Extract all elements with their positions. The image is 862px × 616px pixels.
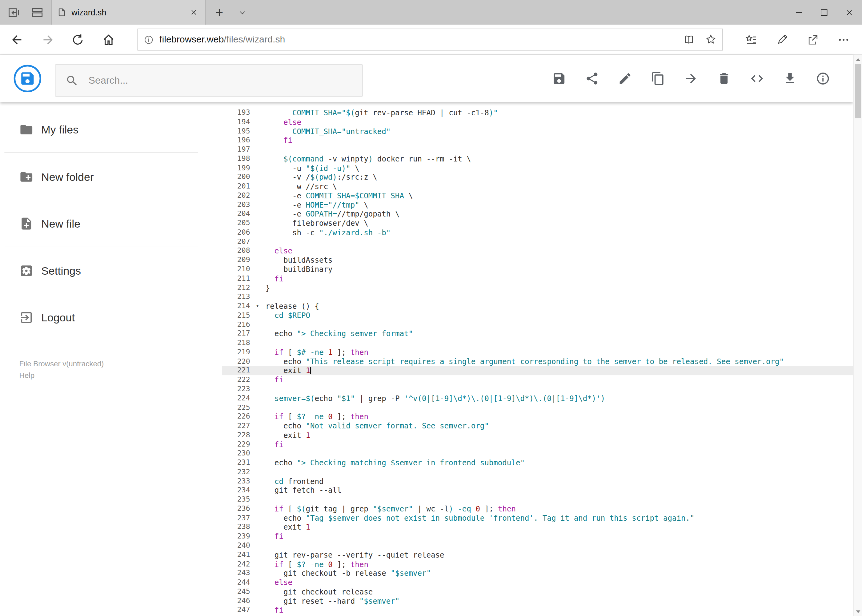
save-button[interactable] — [552, 71, 566, 85]
code-text[interactable]: if [ $(git tag | grep "$semver" | wc -l)… — [266, 504, 516, 514]
code-text[interactable]: else — [266, 578, 292, 587]
code-line[interactable]: 195 COMMIT_SHA="untracked" — [222, 127, 853, 136]
search-box[interactable] — [55, 64, 363, 97]
code-line[interactable]: 224 semver=$(echo "$1" | grep -P '^v(0|[… — [222, 394, 853, 403]
code-line[interactable]: 212} — [222, 283, 853, 292]
sidebar-item-new-file[interactable]: New file — [0, 217, 222, 231]
code-text[interactable]: fi — [266, 136, 292, 145]
code-line[interactable]: 218 — [222, 339, 853, 348]
code-line[interactable]: 242 if [ $? -ne 0 ]; then — [222, 559, 853, 569]
code-line[interactable]: 216 — [222, 320, 853, 329]
code-line[interactable]: 222 fi — [222, 375, 853, 384]
code-line[interactable]: 240 — [222, 541, 853, 550]
back-icon[interactable] — [10, 33, 24, 47]
code-editor[interactable]: 193 COMMIT_SHA="$(git rev-parse HEAD | c… — [222, 102, 853, 616]
code-text[interactable]: exit 1 — [266, 523, 310, 532]
code-text[interactable]: filebrowser/dev \ — [266, 218, 369, 228]
code-line[interactable]: 208 else — [222, 246, 853, 256]
tab-preview-icon[interactable] — [31, 6, 44, 19]
code-line[interactable]: 230 — [222, 449, 853, 458]
code-line[interactable]: 247 fi — [222, 605, 853, 615]
code-line[interactable]: 245 git checkout release — [222, 587, 853, 596]
code-line[interactable]: 198 $(command -v winpty) docker run --rm… — [222, 154, 853, 163]
sidebar-item-logout[interactable]: Logout — [0, 310, 222, 324]
code-text[interactable]: else — [266, 118, 301, 127]
new-tab-button[interactable]: + — [210, 0, 229, 25]
code-line[interactable]: 220 echo "This release script requires a… — [222, 357, 853, 366]
code-text[interactable]: fi — [266, 274, 284, 283]
code-line[interactable]: 202 -e COMMIT_SHA=$COMMIT_SHA \ — [222, 191, 853, 200]
code-line[interactable]: 237 echo "Tag $semver does not exist in … — [222, 514, 853, 523]
code-line[interactable]: 197 — [222, 145, 853, 154]
code-text[interactable]: cd $REPO — [266, 311, 310, 320]
code-line[interactable]: 239 fi — [222, 532, 853, 541]
share-button[interactable] — [585, 71, 599, 85]
reading-view-icon[interactable] — [683, 33, 695, 46]
code-text[interactable]: buildAssets — [266, 256, 333, 265]
browser-tab[interactable]: wizard.sh — [51, 0, 206, 25]
code-line[interactable]: 193 COMMIT_SHA="$(git rev-parse HEAD | c… — [222, 108, 853, 118]
url-text[interactable]: filebrowser.web/files/wizard.sh — [159, 34, 673, 45]
code-text[interactable]: git reset --hard "$semver" — [266, 596, 400, 605]
code-text[interactable]: if [ $# -ne 1 ]; then — [266, 348, 369, 357]
code-text[interactable]: -u "$(id -u)" \ — [266, 163, 359, 173]
code-text[interactable]: if [ $? -ne 0 ]; then — [266, 559, 369, 569]
code-line[interactable]: 227 echo "Not valid semver format. See s… — [222, 421, 853, 431]
code-line[interactable]: 213 — [222, 292, 853, 302]
download-button[interactable] — [783, 71, 797, 85]
code-line[interactable]: 217 echo "> Checking semver format" — [222, 329, 853, 339]
help-link[interactable]: Help — [19, 370, 104, 381]
code-line[interactable]: 207 — [222, 237, 853, 246]
code-line[interactable]: 235 — [222, 495, 853, 504]
fold-arrow-icon[interactable]: ▾ — [256, 302, 259, 311]
code-line[interactable]: 201 -w //src \ — [222, 182, 853, 191]
code-text[interactable]: COMMIT_SHA="$(git rev-parse HEAD | cut -… — [266, 108, 498, 118]
code-text[interactable]: git checkout -b release "$semver" — [266, 569, 431, 578]
scroll-up-icon[interactable] — [854, 55, 862, 64]
code-text[interactable]: buildBinary — [266, 265, 333, 274]
code-line[interactable]: 233 cd frontend — [222, 477, 853, 486]
filebrowser-logo[interactable] — [14, 65, 41, 92]
code-line[interactable]: 215 cd $REPO — [222, 311, 853, 320]
tabs-aside-icon[interactable] — [7, 6, 20, 19]
code-text[interactable]: else — [266, 246, 292, 256]
code-text[interactable]: -e HOME="//tmp" \ — [266, 200, 369, 209]
home-icon[interactable] — [102, 33, 115, 47]
sidebar-item-new-folder[interactable]: New folder — [0, 170, 222, 184]
info-button[interactable] — [816, 71, 830, 85]
web-note-pen-icon[interactable] — [766, 25, 797, 55]
code-line[interactable]: 206 sh -c "./wizard.sh -b" — [222, 228, 853, 237]
code-text[interactable]: echo "Not valid semver format. See semve… — [266, 421, 489, 431]
scroll-down-icon[interactable] — [854, 607, 862, 616]
code-text[interactable]: if [ $? -ne 0 ]; then — [266, 412, 369, 421]
code-line[interactable]: 194 else — [222, 118, 853, 127]
page-scrollbar[interactable] — [853, 55, 862, 616]
code-text[interactable]: git checkout release — [266, 587, 373, 596]
code-line[interactable]: 225 — [222, 403, 853, 412]
code-text[interactable]: release () { — [266, 302, 319, 311]
code-line[interactable]: 223 — [222, 384, 853, 394]
forward-icon[interactable] — [41, 33, 55, 47]
close-window-button[interactable] — [837, 0, 862, 25]
browser-more-icon[interactable] — [828, 25, 859, 55]
code-text[interactable]: echo "Tag $semver does not exist in subm… — [266, 514, 695, 523]
code-text[interactable]: sh -c "./wizard.sh -b" — [266, 228, 391, 237]
code-text[interactable]: -e GOPATH=//tmp/gopath \ — [266, 209, 400, 218]
code-text[interactable]: git fetch --all — [266, 486, 342, 495]
code-text[interactable]: fi — [266, 440, 284, 449]
code-line[interactable]: 203 -e HOME="//tmp" \ — [222, 200, 853, 209]
code-line[interactable]: 243 git checkout -b release "$semver" — [222, 569, 853, 578]
code-line[interactable]: 244 else — [222, 578, 853, 587]
code-text[interactable]: echo "> Checking semver format" — [266, 329, 413, 339]
site-info-icon[interactable] — [143, 35, 154, 45]
rename-button[interactable] — [618, 71, 632, 85]
code-text[interactable]: fi — [266, 532, 284, 541]
code-line[interactable]: 205 filebrowser/dev \ — [222, 218, 853, 228]
code-line[interactable]: 241 git rev-parse --verify --quiet relea… — [222, 550, 853, 559]
code-line[interactable]: 236 if [ $(git tag | grep "$semver" | wc… — [222, 504, 853, 514]
refresh-icon[interactable] — [71, 33, 85, 47]
code-line[interactable]: 209 buildAssets — [222, 256, 853, 265]
code-text[interactable]: fi — [266, 605, 284, 615]
maximize-button[interactable] — [812, 0, 837, 25]
raw-code-button[interactable] — [750, 71, 764, 85]
